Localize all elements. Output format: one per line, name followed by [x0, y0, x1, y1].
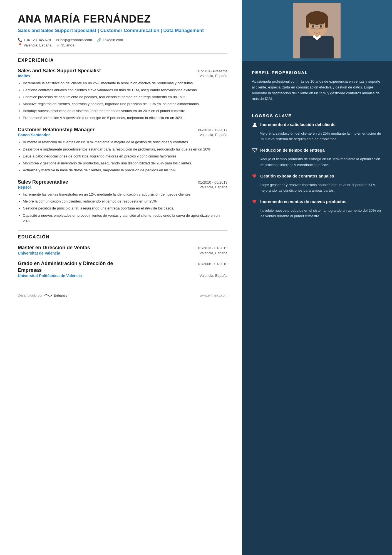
exp-bullet: Gestioné contratos anuales con clientes …: [23, 87, 227, 93]
footer-website: www.enhancv.com: [200, 293, 227, 297]
candidate-name: ANA MARÍA FERNÁNDEZ: [18, 13, 227, 25]
perfil-section-title: PERFIL PROFESIONAL: [252, 70, 382, 75]
logro-icon: [252, 148, 257, 155]
logro-title: Incremento de satisfacción del cliente: [260, 122, 336, 127]
education-list: Máster en Dirección de Ventas 01/2013 - …: [18, 245, 227, 278]
exp-bullet: Llevé a cabo negociaciones de contratos,…: [23, 154, 227, 159]
edu-header: Grado en Administración y Dirección de E…: [18, 260, 227, 273]
location-text: Valencia, España: [24, 43, 51, 47]
exp-title: Sales and Sales Support Specialist: [18, 68, 101, 74]
edu-location: Valencia, España: [200, 273, 227, 278]
svg-point-10: [312, 25, 314, 28]
exp-bullet: Incrementé la satisfacción del cliente e…: [23, 80, 227, 86]
exp-bullet: Incrementé las ventas trimestrales en un…: [23, 192, 227, 197]
edu-school-row: Universitat de València Valencia, España: [18, 251, 227, 255]
edu-location: Valencia, España: [200, 251, 227, 255]
exp-bullet: Proporcioné formación y supervisión a un…: [23, 115, 227, 121]
logro-icon: [252, 174, 257, 181]
logro-item: Gestión exitosa de contratos anuales Log…: [252, 173, 382, 193]
location-icon: 📍: [18, 43, 22, 47]
right-column: PERFIL PROFESIONAL Apasionada profesiona…: [242, 0, 392, 555]
logro-title: Incremento en ventas de nuevos productos: [260, 199, 346, 204]
experience-section-title: EXPERIENCIA: [18, 58, 227, 63]
exp-location: Valencia, España: [200, 185, 227, 189]
logro-desc: Mejoré la satisfacción del cliente en un…: [252, 131, 382, 142]
footer-brand-name: Enhancv: [54, 293, 68, 297]
logro-item: Reducción de tiempo de entrega Reduje el…: [252, 147, 382, 167]
exp-location: Valencia, España: [200, 74, 227, 78]
exp-header: Sales Representative 01/2010 - 05/2013: [18, 179, 227, 185]
logro-header: Reducción de tiempo de entrega: [252, 147, 382, 155]
svg-rect-5: [306, 18, 309, 28]
exp-dates: 06/2013 - 12/2017: [198, 128, 227, 132]
exp-bullet: Optimicé procesos de seguimiento de pedi…: [23, 94, 227, 100]
experience-list: Sales and Sales Support Specialist 01/20…: [18, 68, 227, 224]
exp-title: Sales Representative: [18, 179, 68, 185]
edu-school-row: Universitat Politècnica de València Vale…: [18, 273, 227, 278]
header-section: ANA MARÍA FERNÁNDEZ Sales and Sales Supp…: [18, 13, 227, 47]
email-contact: ✉ help@enhancv.com: [56, 38, 92, 42]
contact-row-2: 📍 Valencia, España ☆ 35 años: [18, 43, 227, 47]
exp-bullet: Capacité a nuevos empleados en procedimi…: [23, 213, 227, 224]
exp-bullet: Actualicé y mantuve la base de datos de …: [23, 167, 227, 173]
exp-company: Banco Santander: [18, 133, 50, 137]
logro-item: Incremento de satisfacción del cliente M…: [252, 122, 382, 142]
svg-rect-6: [325, 18, 328, 28]
linkedin-url: linkedin.com: [103, 38, 123, 42]
education-section-title: EDUCACIÓN: [18, 235, 227, 240]
exp-company-row: Banco Santander Valencia, España: [18, 133, 227, 137]
exp-bullets: Aumenté la retención de clientes en un 1…: [18, 139, 227, 173]
linkedin-contact: 🔗 linkedin.com: [97, 38, 123, 42]
edu-school: Universitat de València: [18, 251, 60, 255]
exp-bullet: Aumenté la retención de clientes en un 1…: [23, 139, 227, 145]
logro-icon: [252, 199, 257, 206]
experience-entry: Sales and Sales Support Specialist 01/20…: [18, 68, 227, 121]
exp-company: Inditex: [18, 74, 30, 78]
logro-item: Incremento en ventas de nuevos productos…: [252, 199, 382, 219]
exp-bullet: Mantuve registros de clientes, contratos…: [23, 101, 227, 107]
logros-section-title: LOGROS CLAVE: [252, 113, 382, 118]
svg-point-14: [254, 123, 256, 125]
logro-header: Gestión exitosa de contratos anuales: [252, 173, 382, 181]
right-divider-1: [252, 108, 382, 108]
phone-icon: 📞: [18, 38, 22, 42]
location-contact: 📍 Valencia, España: [18, 43, 51, 47]
phone-number: +34 123 345 678: [24, 38, 51, 42]
edu-dates: 01/2013 - 01/2015: [198, 246, 227, 250]
footer-brand: Desarrollado por Enhancv: [18, 293, 68, 298]
exp-dates: 01/2010 - 05/2013: [198, 180, 227, 184]
exp-header: Sales and Sales Support Specialist 01/20…: [18, 68, 227, 74]
contact-row-1: 📞 +34 123 345 678 ✉ help@enhancv.com 🔗 l…: [18, 38, 227, 42]
email-address: help@enhancv.com: [60, 38, 92, 42]
logro-title: Gestión exitosa de contratos anuales: [260, 173, 334, 179]
exp-company-row: Repsol Valencia, España: [18, 185, 227, 189]
experience-entry: Sales Representative 01/2010 - 05/2013 R…: [18, 179, 227, 224]
logro-title: Reducción de tiempo de entrega: [260, 147, 325, 153]
age-icon: ☆: [56, 43, 60, 47]
edu-degree: Máster en Dirección de Ventas: [18, 245, 90, 251]
exp-title: Customer Relationship Manager: [18, 127, 95, 133]
linkedin-icon: 🔗: [97, 38, 101, 42]
svg-point-11: [320, 25, 322, 28]
profile-photo: [293, 3, 341, 58]
exp-bullets: Incrementé las ventas trimestrales en un…: [18, 192, 227, 224]
exp-bullet: Desarrollé e implementé procedimientos e…: [23, 147, 227, 152]
svg-point-12: [316, 29, 318, 30]
phone-contact: 📞 +34 123 345 678: [18, 38, 51, 42]
age-text: 35 años: [61, 43, 74, 47]
logro-header: Incremento de satisfacción del cliente: [252, 122, 382, 129]
exp-dates: 01/2018 - Presente: [197, 69, 227, 73]
logro-desc: Reduje el tiempo promedio de entrega en …: [252, 156, 382, 167]
exp-company-row: Inditex Valencia, España: [18, 74, 227, 78]
candidate-subtitle: Sales and Sales Support Specialist | Cus…: [18, 27, 227, 34]
education-divider: [18, 230, 227, 231]
education-entry: Máster en Dirección de Ventas 01/2013 - …: [18, 245, 227, 255]
experience-divider: [18, 53, 227, 54]
right-content: PERFIL PROFESIONAL Apasionada profesiona…: [242, 61, 392, 233]
perfil-text: Apasionada profesional con más de 10 año…: [252, 79, 382, 102]
footer-left-text: Desarrollado por: [18, 293, 43, 297]
footer: Desarrollado por Enhancv www.enhancv.com: [18, 289, 227, 298]
exp-bullet: Introduje nuevos productos en el sistema…: [23, 108, 227, 114]
enhancv-logo: [44, 293, 52, 298]
edu-degree: Grado en Administración y Dirección de E…: [18, 260, 135, 273]
